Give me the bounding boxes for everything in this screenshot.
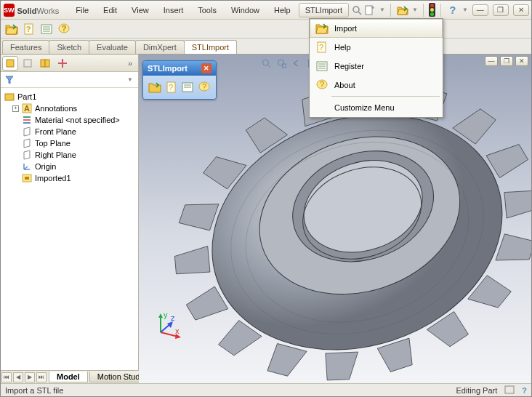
menu-file[interactable]: File xyxy=(69,3,95,17)
register-list-icon xyxy=(314,60,330,73)
status-help-icon[interactable]: ? xyxy=(522,386,527,395)
svg-rect-12 xyxy=(7,60,14,67)
window-close-button[interactable]: ✕ xyxy=(513,4,529,16)
expand-icon[interactable]: + xyxy=(12,105,19,112)
plane-icon xyxy=(21,127,33,137)
palette-help-icon[interactable]: ? xyxy=(164,80,179,95)
menu-separator xyxy=(331,96,440,97)
tree-item-imported1[interactable]: Imported1 xyxy=(2,172,137,184)
tree-item-front-plane[interactable]: Front Plane xyxy=(2,126,137,137)
viewport-minimize-button[interactable]: — xyxy=(485,56,498,66)
material-icon xyxy=(21,115,33,125)
new-doc-icon[interactable] xyxy=(363,4,376,17)
menu-view[interactable]: View xyxy=(125,3,156,17)
menu-item-customize[interactable]: Customize Menu xyxy=(310,98,443,117)
search-icon[interactable] xyxy=(350,4,363,17)
window-restore-button[interactable]: ❐ xyxy=(493,4,509,16)
side-collapse-chevron-icon[interactable]: » xyxy=(124,59,137,68)
side-tab-config-icon[interactable] xyxy=(37,56,53,71)
blank-icon xyxy=(314,101,330,114)
prev-view-icon[interactable] xyxy=(291,57,304,70)
svg-text:z: z xyxy=(171,313,175,322)
svg-text:?: ? xyxy=(169,83,173,92)
stlimport-palette[interactable]: STLImport ✕ ? ? xyxy=(142,60,217,100)
tree-filter-input[interactable] xyxy=(18,76,125,84)
viewport-close-button[interactable]: ✕ xyxy=(515,56,528,66)
menu-stlimport[interactable]: STLImport xyxy=(299,3,349,17)
menu-label: Register xyxy=(334,62,364,71)
tab-nav-prev-icon[interactable]: ◀ xyxy=(13,372,23,382)
tab-nav-next-icon[interactable]: ▶ xyxy=(25,372,35,382)
tab-features[interactable]: Features xyxy=(2,40,49,54)
tree-item-annotations[interactable]: + A Annotations xyxy=(2,103,137,114)
tab-evaluate[interactable]: Evaluate xyxy=(89,40,136,54)
import-folder-icon[interactable] xyxy=(4,21,20,37)
help-question-icon[interactable]: ? xyxy=(446,4,459,17)
side-tab-bar: » xyxy=(1,55,138,72)
orientation-triad: y x z xyxy=(153,310,182,340)
tree-item-right-plane[interactable]: Right Plane xyxy=(2,149,137,161)
register-list-icon[interactable] xyxy=(39,21,55,37)
tree-label: Material <not specified> xyxy=(35,116,120,124)
menu-item-help[interactable]: ? Help xyxy=(310,38,443,57)
menu-label: Customize Menu xyxy=(334,103,395,112)
dropdown-arrow-icon[interactable]: ▼ xyxy=(412,7,418,13)
tree-filter-bar: ▼ xyxy=(1,72,138,88)
viewport-restore-button[interactable]: ❐ xyxy=(500,56,513,66)
funnel-icon[interactable] xyxy=(4,75,15,85)
menu-edit[interactable]: Edit xyxy=(97,3,124,17)
side-tab-dimxpert-icon[interactable] xyxy=(55,56,70,71)
traffic-icon[interactable] xyxy=(429,3,435,17)
zoom-area-icon[interactable] xyxy=(275,57,289,70)
help-doc-icon[interactable]: ? xyxy=(21,21,37,37)
filter-dropdown-icon[interactable]: ▼ xyxy=(125,76,135,83)
side-tab-property-icon[interactable] xyxy=(20,56,36,71)
tab-nav-last-icon[interactable]: ⏭ xyxy=(36,372,47,382)
menu-item-import[interactable]: Import xyxy=(310,19,443,38)
tree-item-top-plane[interactable]: Top Plane xyxy=(2,137,137,149)
svg-text:?: ? xyxy=(26,25,31,33)
svg-text:?: ? xyxy=(320,80,324,89)
tree-item-origin[interactable]: Origin xyxy=(2,161,137,172)
tab-nav-first-icon[interactable]: ⏮ xyxy=(1,372,12,382)
window-minimize-button[interactable]: — xyxy=(472,4,488,16)
menu-label: Import xyxy=(334,24,357,33)
menu-window[interactable]: Window xyxy=(225,3,266,17)
palette-about-icon[interactable]: ? xyxy=(197,80,211,95)
palette-register-icon[interactable] xyxy=(181,80,196,95)
bottom-tab-model[interactable]: Model xyxy=(49,372,88,382)
status-units-icon[interactable] xyxy=(504,385,515,396)
tab-stlimport[interactable]: STLImport xyxy=(184,40,237,54)
menu-item-about[interactable]: ? About xyxy=(310,76,443,95)
svg-marker-51 xyxy=(167,321,173,328)
import-folder-icon xyxy=(314,22,330,35)
imported-icon xyxy=(21,173,33,183)
tree-label: Origin xyxy=(35,162,56,171)
menu-help[interactable]: Help xyxy=(267,3,297,17)
zoom-fit-icon[interactable] xyxy=(260,57,273,70)
titlebar: SW SolidWorks File Edit View Insert Tool… xyxy=(1,1,531,20)
tab-dimxpert[interactable]: DimXpert xyxy=(135,40,185,54)
svg-marker-47 xyxy=(158,313,163,318)
palette-import-icon[interactable] xyxy=(148,80,162,95)
palette-titlebar[interactable]: STLImport ✕ xyxy=(143,61,216,76)
tree-root[interactable]: Part1 xyxy=(2,91,137,103)
app-logo: SW xyxy=(4,4,15,17)
side-tab-feature-icon[interactable] xyxy=(2,56,18,71)
tree-item-material[interactable]: Material <not specified> xyxy=(2,114,137,126)
dropdown-arrow-icon[interactable]: ▼ xyxy=(379,7,385,13)
tree-label: Right Plane xyxy=(35,151,76,159)
palette-close-button[interactable]: ✕ xyxy=(201,63,211,73)
svg-line-1 xyxy=(358,12,361,15)
open-folder-icon[interactable] xyxy=(396,4,409,17)
tree-root-label: Part1 xyxy=(17,92,36,101)
menu-insert[interactable]: Insert xyxy=(157,3,190,17)
svg-rect-18 xyxy=(5,94,14,100)
menu-item-register[interactable]: Register xyxy=(310,57,443,76)
about-bubble-icon[interactable]: ? xyxy=(56,21,72,37)
dropdown-arrow-icon[interactable]: ▼ xyxy=(462,7,468,13)
tab-sketch[interactable]: Sketch xyxy=(49,40,89,54)
tree-label: Front Plane xyxy=(35,127,76,136)
svg-rect-2 xyxy=(366,6,372,15)
menu-tools[interactable]: Tools xyxy=(191,3,223,17)
